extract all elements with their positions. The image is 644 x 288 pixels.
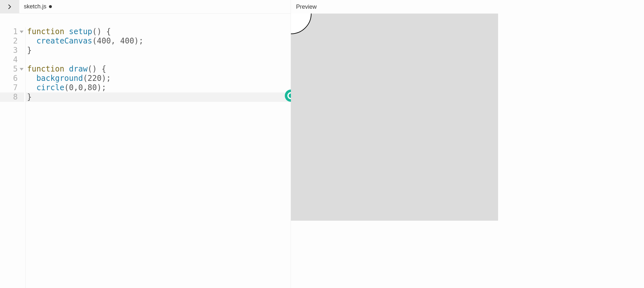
code-line (26, 55, 291, 64)
preview-title: Preview (291, 0, 644, 14)
fold-arrow-icon[interactable] (20, 31, 24, 33)
gutter-line: 7 (0, 83, 24, 92)
code-line: } (26, 46, 291, 55)
code-token: createCanvas (36, 36, 92, 45)
fold-arrow-icon[interactable] (20, 68, 24, 71)
code-line: createCanvas(400, 400); (26, 36, 291, 46)
code-token: } (27, 46, 32, 55)
app-root: sketch.js 12345678 function setup() { cr… (0, 0, 644, 288)
editor-tabbar: sketch.js (0, 0, 291, 14)
preview-canvas (291, 14, 498, 221)
code-token: (220); (83, 74, 111, 83)
code-token: circle (36, 83, 64, 92)
code-token: () { (88, 64, 106, 73)
code-token: setup (69, 27, 92, 36)
code-token: () { (92, 27, 111, 36)
gutter-line: 8 (0, 92, 24, 102)
gutter-line: 4 (0, 55, 24, 64)
code-token (27, 83, 36, 92)
code-token: (400, 400); (92, 36, 143, 45)
expand-sidebar-button[interactable] (0, 0, 19, 13)
preview-panel: Preview (291, 0, 644, 288)
code-token: draw (69, 64, 88, 73)
gutter-line: 3 (0, 46, 24, 55)
file-tab-sketch[interactable]: sketch.js (19, 0, 56, 13)
code-line: } (26, 92, 291, 102)
code-line: circle(0,0,80); (26, 83, 291, 92)
gutter-line: 5 (0, 64, 24, 74)
code-lines: function setup() { createCanvas(400, 400… (26, 27, 291, 288)
file-tab-label: sketch.js (24, 3, 46, 10)
gutter-line: 1 (0, 27, 24, 36)
unsaved-dot-icon (49, 5, 52, 8)
code-token: } (27, 92, 32, 101)
code-token (27, 36, 36, 45)
editor-panel: sketch.js 12345678 function setup() { cr… (0, 0, 291, 288)
code-editor[interactable]: 12345678 function setup() { createCanvas… (0, 14, 291, 288)
code-token: (0,0,80); (64, 83, 106, 92)
code-token (27, 74, 36, 83)
preview-rendered-circle (291, 14, 312, 34)
code-line: background(220); (26, 74, 291, 83)
code-token: function (27, 64, 69, 73)
code-line: function setup() { (26, 27, 291, 36)
gutter-line: 6 (0, 74, 24, 83)
code-token: function (27, 27, 69, 36)
line-gutter: 12345678 (0, 27, 26, 288)
code-token: background (36, 74, 83, 83)
code-line: function draw() { (26, 64, 291, 74)
chevron-right-icon (7, 4, 13, 10)
gutter-line: 2 (0, 36, 24, 46)
